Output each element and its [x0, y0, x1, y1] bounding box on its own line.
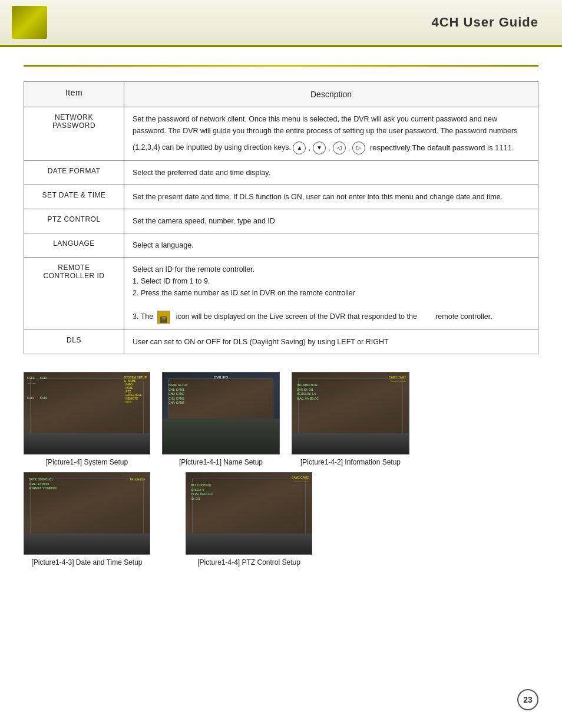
col-header-description: Description	[124, 82, 538, 107]
remote-desc-line4: 3. The icon will be displayed on the Liv…	[133, 311, 530, 324]
row-item-dls: DLS	[24, 330, 124, 354]
comma-sep3: ,	[348, 142, 351, 154]
cam-overlay-4: DATE: 2009/01/01 TIME: 12:00:00 FORMAT: …	[29, 477, 57, 491]
cam-floor-2	[163, 419, 279, 454]
picture-caption-1-4: [Picture1-4] System Setup	[46, 458, 128, 466]
row-item-ptz-control: PTZ CONTROL	[24, 209, 124, 233]
table-row: NETWORKPASSWORD Set the password of netw…	[24, 107, 538, 161]
table-row: DATE FORMAT Select the preferred date an…	[24, 161, 538, 185]
picture-item-1-4-2: CAM1 CAM2 ~~~~ ~~~~ INFORMATION DVR ID: …	[292, 372, 409, 466]
row-desc-set-date-time: Set the present date and time. If DLS fu…	[124, 185, 538, 209]
table-row: DLS User can set to ON or OFF for DLS (D…	[24, 330, 538, 354]
arrow-down-icon: ▼	[313, 141, 326, 154]
arrow-up-icon: ▲	[293, 141, 306, 154]
dvr-screen-1: CH1 CH2 ---- ---- CH3 CH4 SYSTEM SETUP ►…	[24, 373, 150, 454]
picture-item-1-4-3: DATE: 2009/01/01 TIME: 12:00:00 FORMAT: …	[24, 472, 150, 566]
pictures-row-1: CH1 CH2 ---- ---- CH3 CH4 SYSTEM SETUP ►…	[24, 372, 538, 466]
cam-menu-4: frk odie ifd i	[130, 477, 145, 482]
picture-1-4-1-image: DVR IFO NAME SETUP CH1: CAM1 CH2: CAM2 C…	[162, 372, 280, 454]
picture-1-4-3-image: DATE: 2009/01/01 TIME: 12:00:00 FORMAT: …	[24, 472, 150, 555]
picture-1-4-image: CH1 CH2 ---- ---- CH3 CH4 SYSTEM SETUP ►…	[24, 372, 150, 454]
row-desc-language: Select a language.	[124, 233, 538, 258]
cam-floor-3	[292, 433, 409, 454]
cam-overlay-5: CAM1 CAM2 ~~~~ ~~~~	[292, 476, 309, 484]
picture-item-1-4: CH1 CH2 ---- ---- CH3 CH4 SYSTEM SETUP ►…	[24, 372, 150, 466]
remote-desc-line1: Select an ID for the remote controller.	[133, 263, 530, 275]
arrow-right-icon: ▷	[352, 141, 365, 154]
table-row: LANGUAGE Select a language.	[24, 233, 538, 258]
picture-caption-1-4-3: [Picture1-4-3] Date and Time Setup	[31, 558, 142, 566]
page-title: 4CH User Guide	[432, 15, 539, 30]
table-row: PTZ CONTROL Set the camera speed, number…	[24, 209, 538, 233]
cam-menu-2: NAME SETUP CH1: CAM1 CH2: CAM2 CH3: CAM3…	[168, 383, 273, 406]
dvr-screen-3: CAM1 CAM2 ~~~~ ~~~~ INFORMATION DVR ID: …	[292, 373, 409, 454]
comma-sep: ,	[308, 142, 310, 154]
cam-title-2: DVR IFO	[214, 375, 228, 379]
picture-1-4-2-image: CAM1 CAM2 ~~~~ ~~~~ INFORMATION DVR ID: …	[292, 372, 409, 454]
page-header: 4CH User Guide	[0, 0, 562, 47]
cam-menu-5: PTZ CONTROL SPEED: 5 TYPE: PELCO-D ID: 0…	[191, 483, 213, 501]
picture-item-1-4-4: CAM1 CAM2 ~~~~ ~~~~ PTZ CONTROL SPEED: 5…	[186, 472, 312, 566]
picture-1-4-4-image: CAM1 CAM2 ~~~~ ~~~~ PTZ CONTROL SPEED: 5…	[186, 472, 312, 555]
cam-floor-4	[24, 533, 150, 554]
cam-floor-1	[24, 433, 150, 454]
dvr-screen-4: DATE: 2009/01/01 TIME: 12:00:00 FORMAT: …	[24, 473, 150, 554]
row-desc-ptz-control: Set the camera speed, number, type and I…	[124, 209, 538, 233]
row-item-set-date-time: SET DATE & TIME	[24, 185, 124, 209]
pictures-row-2: DATE: 2009/01/01 TIME: 12:00:00 FORMAT: …	[24, 472, 538, 566]
pictures-section: CH1 CH2 ---- ---- CH3 CH4 SYSTEM SETUP ►…	[24, 372, 538, 566]
remote-desc-line3: 2. Press the same number as ID set in DV…	[133, 287, 530, 299]
info-table: Item Description NETWORKPASSWORD Set the…	[24, 81, 538, 354]
password-default-text: respectively.The default password is 111…	[368, 142, 514, 154]
row-item-language: LANGUAGE	[24, 233, 124, 258]
row-desc-remote-controller-id: Select an ID for the remote controller. …	[124, 258, 538, 330]
page-number: 23	[517, 689, 538, 710]
row-desc-network-password: Set the password of network client. Once…	[124, 107, 538, 161]
cam-overlay-3: CAM1 CAM2 ~~~~ ~~~~	[389, 375, 406, 384]
picture-caption-1-4-4: [Picture1-4-4] PTZ Control Setup	[197, 558, 300, 566]
row-desc-dls: User can set to ON or OFF for DLS (Dayli…	[124, 330, 538, 354]
separator-line	[24, 65, 538, 67]
row-desc-date-format: Select the preferred date and time displ…	[124, 161, 538, 185]
remote-desc-line2: 1. Select ID from 1 to 9.	[133, 275, 530, 287]
cam-menu-3: INFORMATION DVR ID: 001 VERSION: 1.0 MAC…	[297, 383, 319, 401]
dvr-screen-2: DVR IFO NAME SETUP CH1: CAM1 CH2: CAM2 C…	[163, 373, 279, 454]
arrow-left-icon: ◁	[333, 141, 346, 154]
table-row: REMOTECONTROLLER ID Select an ID for the…	[24, 258, 538, 330]
picture-caption-1-4-2: [Picture1-4-2] Information Setup	[300, 458, 401, 466]
dvr-screen-5: CAM1 CAM2 ~~~~ ~~~~ PTZ CONTROL SPEED: 5…	[186, 473, 312, 554]
remote-controller-icon	[157, 311, 170, 324]
cam-menu-1: SYSTEM SETUP ► NAME INFO DATE PTZ LANGUA…	[124, 375, 147, 404]
arrow-icons: ▲ , ▼ , ◁ , ▷ respectively.The default p…	[293, 141, 514, 154]
main-content: Item Description NETWORKPASSWORD Set the…	[0, 81, 562, 596]
picture-caption-1-4-1: [Picture1-4-1] Name Setup	[179, 458, 263, 466]
row-item-date-format: DATE FORMAT	[24, 161, 124, 185]
cam-floor-5	[186, 533, 312, 554]
row-item-remote-controller-id: REMOTECONTROLLER ID	[24, 258, 124, 330]
comma-sep2: ,	[328, 142, 330, 154]
picture-item-1-4-1: DVR IFO NAME SETUP CH1: CAM1 CH2: CAM2 C…	[162, 372, 280, 466]
row-item-network-password: NETWORKPASSWORD	[24, 107, 124, 161]
table-row: SET DATE & TIME Set the present date and…	[24, 185, 538, 209]
col-header-item: Item	[24, 82, 124, 107]
